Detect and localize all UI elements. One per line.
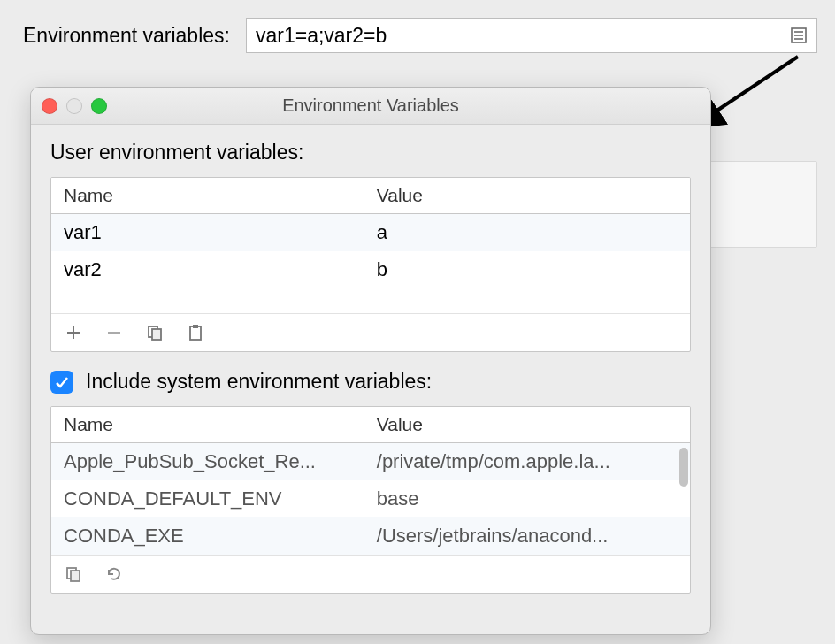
list-icon (790, 27, 808, 44)
background-panel (708, 161, 817, 248)
include-system-checkbox[interactable] (50, 371, 73, 394)
clipboard-icon (187, 324, 204, 341)
cell-value: /Users/jetbrains/anacond... (364, 518, 690, 555)
minus-icon (105, 324, 123, 341)
table-row[interactable]: CONDA_DEFAULT_ENV base (51, 480, 690, 518)
svg-rect-11 (193, 325, 198, 328)
cell-value: base (364, 480, 690, 518)
svg-rect-10 (190, 326, 201, 340)
user-vars-table: Name Value var1 a var2 b (50, 177, 691, 352)
env-vars-field (246, 18, 817, 53)
user-vars-label: User environment variables: (50, 141, 691, 165)
cell-name[interactable]: var1 (51, 214, 364, 251)
cell-name: Apple_PubSub_Socket_Re... (51, 443, 364, 480)
column-header-value[interactable]: Value (364, 407, 690, 442)
cell-name: CONDA_DEFAULT_ENV (51, 480, 364, 518)
column-header-name[interactable]: Name (51, 407, 364, 442)
user-vars-body: var1 a var2 b (51, 214, 690, 313)
table-row[interactable]: var2 b (51, 251, 690, 288)
column-header-name[interactable]: Name (51, 178, 364, 213)
svg-rect-13 (71, 571, 80, 581)
dialog-title: Environment Variables (282, 96, 459, 116)
add-button[interactable] (62, 321, 85, 344)
window-controls (42, 98, 107, 114)
copy-icon (146, 324, 164, 341)
env-vars-input[interactable] (247, 19, 781, 52)
table-row[interactable]: var1 a (51, 214, 690, 251)
cell-name[interactable]: var2 (51, 251, 364, 288)
system-vars-body: Apple_PubSub_Socket_Re... /private/tmp/c… (51, 443, 690, 555)
copy-icon (65, 565, 82, 583)
remove-button[interactable] (103, 321, 126, 344)
plus-icon (65, 324, 82, 341)
env-vars-field-row: Environment variables: (23, 18, 817, 53)
copy-button[interactable] (143, 321, 166, 344)
zoom-window-button[interactable] (91, 98, 107, 114)
include-system-row[interactable]: Include system environment variables: (50, 370, 691, 394)
env-vars-dialog: Environment Variables User environment v… (30, 87, 711, 635)
close-window-button[interactable] (42, 98, 57, 114)
undo-icon (104, 565, 124, 583)
column-header-value[interactable]: Value (364, 178, 690, 213)
cell-value[interactable]: b (364, 251, 690, 288)
system-vars-table: Name Value Apple_PubSub_Socket_Re... /pr… (50, 406, 691, 594)
dialog-titlebar[interactable]: Environment Variables (31, 88, 710, 125)
check-icon (54, 374, 70, 390)
table-row[interactable]: CONDA_EXE /Users/jetbrains/anacond... (51, 518, 690, 555)
cell-name: CONDA_EXE (51, 518, 364, 555)
revert-button[interactable] (103, 563, 126, 586)
open-env-dialog-button[interactable] (781, 19, 816, 52)
copy-button[interactable] (62, 563, 85, 586)
env-vars-label: Environment variables: (23, 24, 230, 48)
svg-rect-9 (152, 329, 161, 340)
cell-value[interactable]: a (364, 214, 690, 251)
minimize-window-button[interactable] (66, 98, 82, 114)
table-row[interactable]: Apple_PubSub_Socket_Re... /private/tmp/c… (51, 443, 690, 480)
cell-value: /private/tmp/com.apple.la... (364, 443, 690, 480)
user-vars-header: Name Value (51, 178, 690, 214)
user-vars-toolbar (51, 313, 690, 351)
include-system-label: Include system environment variables: (86, 370, 432, 394)
paste-button[interactable] (184, 321, 207, 344)
system-vars-header: Name Value (51, 407, 690, 443)
dialog-body: User environment variables: Name Value v… (31, 125, 710, 634)
system-vars-toolbar (51, 555, 690, 593)
scrollbar-thumb[interactable] (679, 448, 688, 487)
